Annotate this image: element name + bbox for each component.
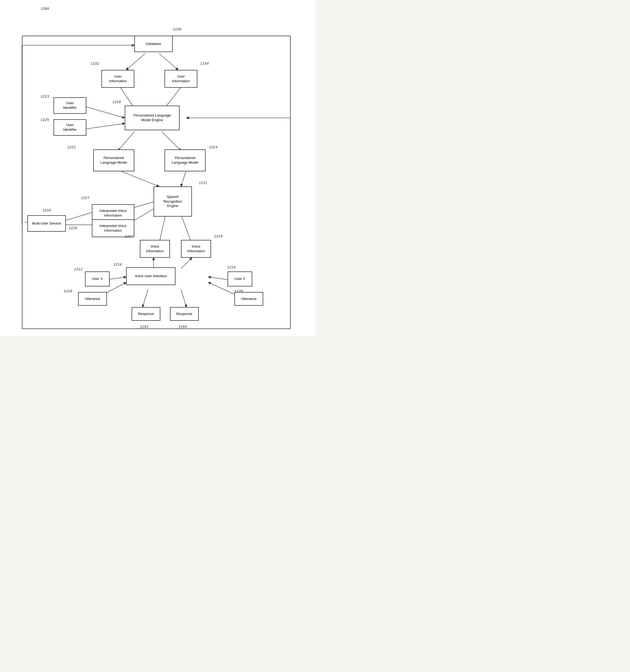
vi-2-label: VoiceInformation [187, 244, 205, 254]
user-info-1-label: UserInformation [109, 74, 127, 83]
label-1229: 1229 [69, 226, 77, 230]
user-x-box: User X [85, 271, 110, 287]
vi-1-label: VoiceInformation [146, 244, 164, 254]
label-1200: 1200 [41, 7, 49, 11]
label-1219: 1219 [214, 234, 222, 239]
label-1226: 1226 [113, 100, 121, 104]
user-id-1-label: UserIdentifier [63, 101, 77, 110]
user-info-2-label: UserInformation [172, 74, 190, 83]
user-id-1-box: UserIdentifier [53, 97, 87, 114]
utterance-2-box: Utterance [235, 292, 263, 306]
utterance-1-label: Utterance [85, 297, 100, 301]
ivi-1-label: Interpreted VoiceInformation [99, 209, 126, 218]
vui-label: Voice User Interface [135, 274, 167, 279]
vi-2-box: VoiceInformation [181, 240, 211, 258]
user-id-2-label: UserIdentifier [63, 123, 77, 132]
multi-user-label: Multi-User Service [32, 221, 61, 226]
label-1210: 1210 [43, 208, 51, 213]
vi-1-box: VoiceInformation [140, 240, 170, 258]
database-label: Database [146, 42, 161, 46]
plm-1-label: PersonalizedLanguage Model [101, 156, 127, 165]
label-1223: 1223 [41, 95, 49, 99]
database-box: Database [134, 35, 173, 52]
multi-user-box: Multi-User Service [27, 215, 66, 232]
response-1-box: Response [131, 307, 161, 321]
label-1217: 1217 [125, 234, 133, 239]
label-1232: 1232 [91, 62, 99, 66]
user-info-1-box: UserInformation [101, 70, 134, 88]
plm-engine-box: Personalized LanguageModel Engine [125, 105, 179, 130]
sre-label: SpeechRecognitionEngine [163, 195, 182, 209]
user-info-2-box: UserInformation [165, 70, 197, 88]
utterance-1-box: Utterance [78, 292, 107, 306]
user-x-label: User X [92, 277, 103, 281]
user-y-label: User Y [235, 277, 245, 281]
label-1220: 1220 [235, 289, 243, 293]
response-2-box: Response [170, 307, 199, 321]
label-1244: 1244 [178, 325, 187, 329]
label-1216: 1216 [113, 263, 122, 267]
label-1218: 1218 [64, 289, 72, 293]
vui-box: Voice User Interface [126, 267, 175, 285]
ivi-2-label: Interpreted VoiceInformation [99, 224, 126, 233]
sre-box: SpeechRecognitionEngine [153, 187, 192, 217]
plm-1-box: PersonalizedLanguage Model [93, 149, 134, 171]
label-1222: 1222 [67, 145, 76, 149]
label-1221: 1221 [199, 181, 207, 185]
label-1224: 1224 [209, 145, 217, 149]
label-1242: 1242 [140, 325, 148, 329]
plm-2-label: PersonalizedLanguage Model [172, 156, 198, 165]
utterance-2-label: Utterance [241, 297, 256, 301]
response-2-label: Response [176, 312, 192, 316]
label-1227: 1227 [81, 196, 89, 200]
user-id-2-box: UserIdentifier [53, 119, 87, 136]
diagram: Database UserInformation UserInformation… [0, 0, 315, 336]
label-1225: 1225 [41, 118, 49, 122]
label-1234: 1234 [200, 62, 209, 66]
plm-engine-label: Personalized LanguageModel Engine [134, 113, 171, 123]
user-y-box: User Y [227, 271, 252, 287]
label-1212: 1212 [74, 267, 82, 271]
plm-2-box: PersonalizedLanguage Model [165, 149, 205, 171]
label-1214: 1214 [227, 265, 236, 269]
response-1-label: Response [138, 312, 154, 316]
label-1228: 1228 [173, 27, 181, 31]
